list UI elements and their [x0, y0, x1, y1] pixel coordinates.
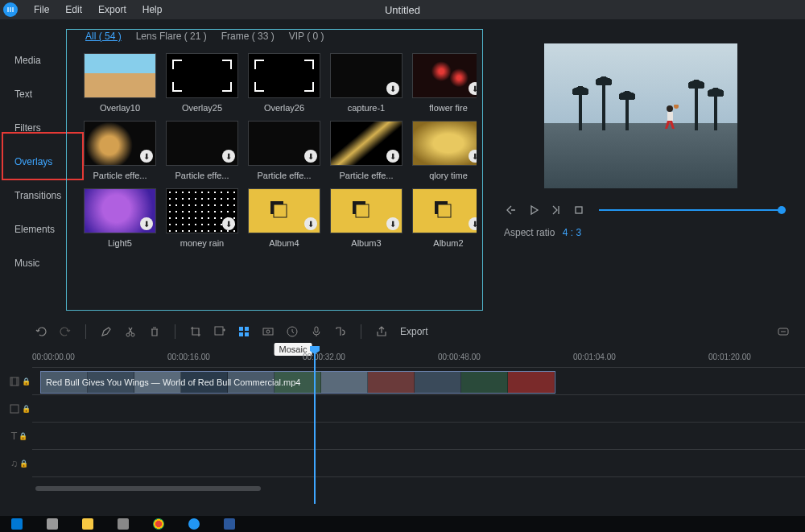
text-track[interactable]: T🔒	[32, 422, 805, 449]
overlay-item[interactable]: ⬇capture-1	[330, 53, 402, 113]
pip-track[interactable]: 🔒	[32, 394, 805, 422]
sidebar-item-music[interactable]: Music	[0, 246, 66, 280]
download-icon[interactable]: ⬇	[140, 150, 153, 163]
menu-file[interactable]: File	[26, 4, 57, 15]
overlay-item[interactable]: ⬇Light5	[84, 188, 156, 248]
menu-export[interactable]: Export	[90, 4, 134, 15]
overlay-item[interactable]: ⬇money rain	[166, 188, 238, 248]
mosaic-button[interactable]	[235, 323, 253, 340]
fit-timeline-button[interactable]	[774, 323, 792, 340]
overlay-thumbnail[interactable]	[166, 53, 238, 98]
preview-viewport[interactable]	[544, 43, 737, 188]
overlay-thumbnail[interactable]: ⬇	[84, 121, 156, 166]
download-icon[interactable]: ⬇	[304, 150, 317, 163]
tab-vip[interactable]: VIP ( 0 )	[289, 31, 324, 42]
export-label[interactable]: Export	[400, 326, 428, 337]
text-to-speech-button[interactable]	[332, 323, 349, 340]
play-button[interactable]	[526, 203, 541, 217]
menu-edit[interactable]: Edit	[57, 4, 90, 15]
video-clip[interactable]: Red Bull Gives You Wings — World of Red …	[40, 371, 555, 394]
split-button[interactable]	[122, 323, 139, 340]
stop-button[interactable]	[572, 203, 586, 217]
overlay-label: Album4	[248, 238, 320, 248]
overlay-item[interactable]: ⬇qlory time	[412, 121, 477, 180]
download-icon[interactable]: ⬇	[386, 217, 399, 230]
video-track[interactable]: 🔒 Red Bull Gives You Wings — World of Re…	[32, 367, 805, 394]
preview-progress[interactable]	[599, 209, 786, 211]
download-icon[interactable]: ⬇	[386, 82, 399, 95]
overlay-thumbnail[interactable]: ⬇	[84, 188, 156, 233]
edit-button[interactable]	[97, 323, 115, 340]
overlay-item[interactable]: ⬇flower fire	[412, 53, 477, 113]
aspect-ratio-value[interactable]: 4 : 3	[563, 227, 581, 238]
duration-button[interactable]	[283, 323, 301, 340]
overlay-thumbnail[interactable]: ⬇	[330, 121, 402, 166]
add-track-button[interactable]	[211, 323, 229, 340]
overlay-thumbnail[interactable]: ⬇	[330, 188, 402, 233]
record-button[interactable]	[259, 323, 277, 340]
overlay-item[interactable]: Overlay25	[166, 53, 238, 113]
overlay-thumbnail[interactable]: ⬇	[412, 121, 477, 166]
timeline-horizontal-scrollbar[interactable]	[35, 486, 261, 491]
taskbar-start[interactable]	[11, 518, 23, 530]
download-icon[interactable]: ⬇	[304, 217, 317, 230]
sidebar-item-text[interactable]: Text	[0, 77, 66, 111]
overlay-item[interactable]: ⬇Particle effe...	[330, 121, 402, 180]
overlay-item[interactable]: ⬇Album2	[412, 188, 477, 248]
overlay-grid: Overlay10Overlay25Overlay26⬇capture-1⬇fl…	[84, 53, 472, 248]
overlay-item[interactable]: ⬇Particle effe...	[248, 121, 320, 180]
download-icon[interactable]: ⬇	[222, 150, 235, 163]
undo-button[interactable]	[32, 323, 50, 340]
download-icon[interactable]: ⬇	[140, 217, 153, 230]
overlay-thumbnail[interactable]: ⬇	[412, 53, 477, 98]
redo-button[interactable]	[56, 323, 74, 340]
download-icon[interactable]: ⬇	[386, 150, 399, 163]
overlay-thumbnail[interactable]: ⬇	[330, 53, 402, 98]
sidebar-item-elements[interactable]: Elements	[0, 212, 66, 246]
rewind-button[interactable]	[504, 203, 518, 217]
taskbar-icon[interactable]	[47, 518, 58, 530]
delete-button[interactable]	[146, 323, 163, 340]
overlay-item[interactable]: ⬇Particle effe...	[84, 121, 156, 180]
overlay-item[interactable]: ⬇Album4	[248, 188, 320, 248]
overlay-thumbnail[interactable]: ⬇	[412, 188, 477, 233]
taskbar-app[interactable]	[188, 518, 200, 530]
taskbar-chrome[interactable]	[153, 518, 164, 530]
overlay-thumbnail[interactable]: ⬇	[166, 121, 238, 166]
download-icon[interactable]: ⬇	[222, 217, 235, 230]
crop-button[interactable]	[187, 323, 204, 340]
sidebar-item-transitions[interactable]: Transitions	[0, 179, 66, 212]
overlay-thumbnail[interactable]: ⬇	[166, 188, 238, 233]
taskbar-icon[interactable]	[82, 518, 93, 530]
progress-knob[interactable]	[778, 206, 786, 214]
overlay-item[interactable]: Overlay10	[84, 53, 156, 113]
taskbar-word[interactable]	[224, 518, 235, 530]
timeline-ruler[interactable]: Mosaic 00:00:00.0000:00:16.0000:00:32.00…	[32, 346, 805, 367]
sidebar-item-overlays[interactable]: Overlays	[0, 145, 66, 179]
taskbar-icon[interactable]	[118, 518, 129, 530]
tab-lens-flare[interactable]: Lens Flare ( 21 )	[136, 31, 207, 42]
download-icon[interactable]: ⬇	[469, 150, 477, 163]
overlay-item[interactable]: ⬇Particle effe...	[166, 121, 238, 180]
sidebar-item-media[interactable]: Media	[0, 43, 66, 77]
overlay-item[interactable]: ⬇Album3	[330, 188, 402, 248]
overlay-thumbnail[interactable]: ⬇	[248, 188, 320, 233]
download-icon[interactable]: ⬇	[469, 82, 477, 95]
overlay-thumbnail[interactable]	[84, 53, 156, 98]
tab-all[interactable]: All ( 54 )	[85, 31, 122, 42]
playhead[interactable]	[314, 346, 316, 504]
voiceover-button[interactable]	[308, 323, 325, 340]
forward-button[interactable]	[549, 203, 564, 217]
overlay-thumbnail[interactable]: ⬇	[248, 121, 320, 166]
tab-frame[interactable]: Frame ( 33 )	[221, 31, 275, 42]
category-tabs: All ( 54 ) Lens Flare ( 21 ) Frame ( 33 …	[85, 31, 477, 42]
export-icon[interactable]	[373, 323, 390, 340]
extra-track[interactable]	[32, 476, 805, 494]
menu-help[interactable]: Help	[134, 4, 171, 15]
overlay-grid-scroll[interactable]: Overlay10Overlay25Overlay26⬇capture-1⬇fl…	[84, 53, 477, 295]
overlay-item[interactable]: Overlay26	[248, 53, 320, 113]
sidebar-item-filters[interactable]: Filters	[0, 111, 66, 145]
audio-track[interactable]: ♫🔒	[32, 449, 805, 476]
overlay-thumbnail[interactable]	[248, 53, 320, 98]
download-icon[interactable]: ⬇	[469, 217, 477, 230]
